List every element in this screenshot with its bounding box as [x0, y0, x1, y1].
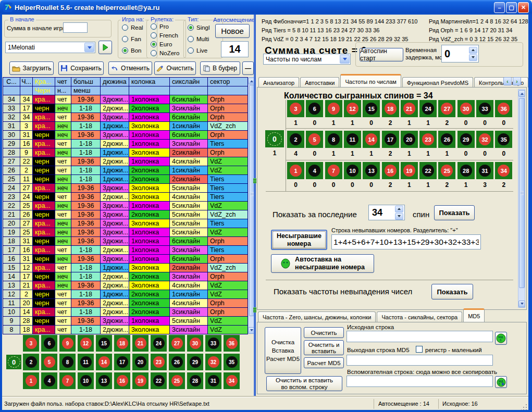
- board-cell[interactable]: 5: [41, 354, 57, 370]
- save-button[interactable]: Сохранить: [58, 61, 104, 75]
- missed-numbers-button[interactable]: Несыгравшие номера: [271, 230, 327, 250]
- board-cell[interactable]: 16: [114, 372, 130, 389]
- spin-up-button[interactable]: [395, 206, 403, 213]
- table-row[interactable]: 313кра...неч1-181дюжи...3колонка1сиклайн…: [3, 122, 248, 131]
- radio-french[interactable]: French: [151, 32, 178, 39]
- autobet-missed-button[interactable]: Автоставка на несыгравшие номера: [271, 254, 374, 273]
- board-cell[interactable]: 18: [114, 335, 130, 352]
- board-cell[interactable]: 8: [59, 354, 76, 370]
- board-cell[interactable]: 17: [114, 354, 130, 370]
- new-button[interactable]: Новое: [215, 24, 250, 38]
- md5-clear-paste-button[interactable]: Очистить и вставить: [304, 340, 344, 355]
- board-cell[interactable]: 3: [23, 335, 39, 352]
- board-cell[interactable]: 14: [96, 354, 112, 370]
- radio-multi[interactable]: Multi: [188, 35, 209, 43]
- minimize-button[interactable]: –: [494, 2, 505, 13]
- board-cell[interactable]: 31: [205, 372, 221, 389]
- md5-out-input[interactable]: [347, 355, 493, 366]
- play-button[interactable]: [98, 41, 112, 54]
- spins-spinedit[interactable]: 34: [368, 205, 405, 220]
- md5-source-input[interactable]: [347, 331, 493, 342]
- board-cell[interactable]: 2: [23, 354, 39, 370]
- undo-button[interactable]: Отменить: [108, 61, 152, 75]
- radio-circle-icon[interactable]: [151, 32, 157, 39]
- table-row[interactable]: 3234кра...чет19-363дюжи...1колонка6сикла…: [3, 113, 248, 122]
- chevron-down-icon[interactable]: [340, 55, 350, 64]
- table-row[interactable]: 1014кра...чет1-182дюжи...2колонка3сиклай…: [3, 308, 248, 317]
- radio-nozero[interactable]: NoZero: [151, 49, 179, 57]
- start-sum-input[interactable]: [63, 22, 88, 33]
- board-cell[interactable]: 34: [224, 372, 240, 389]
- md5-aux-run-button[interactable]: МД5: [495, 376, 507, 388]
- md5-group-button[interactable]: Очистка Вставка Расчет MD5: [265, 327, 301, 374]
- tab-функционал-psevdoms[interactable]: Функционал PsevdoMS: [402, 77, 473, 88]
- table-row[interactable]: 3317черннеч1-182дюжи...2колонка3сиклайнO…: [3, 104, 248, 113]
- md5-calc-button[interactable]: Расчет MD5: [304, 357, 344, 368]
- radio-live[interactable]: Live: [188, 47, 207, 54]
- board-cell[interactable]: 15: [96, 335, 112, 352]
- board-cell[interactable]: 23: [151, 354, 167, 370]
- radio-fan[interactable]: Fan: [122, 35, 141, 43]
- table-row[interactable]: 2916кра...чет1-182дюжи...1колонка3сиклай…: [3, 140, 248, 148]
- board-cell[interactable]: 9: [59, 335, 76, 352]
- show-button[interactable]: Показать: [434, 205, 475, 220]
- tabs-scroll-left[interactable]: ‹: [503, 77, 512, 85]
- spin-down-button[interactable]: [395, 213, 403, 220]
- table-row[interactable]: 2324чернчет19-362дюжи...3колонка4сиклайн…: [3, 193, 248, 202]
- radio-circle-icon[interactable]: [122, 24, 128, 31]
- board-cell[interactable]: 6: [41, 335, 57, 352]
- missed-string-input[interactable]: [331, 234, 481, 249]
- tab-частота-сиклайны-сектора[interactable]: Частота - сиклайны, сектора: [377, 311, 462, 322]
- radio-circle-icon[interactable]: [188, 36, 194, 42]
- table-row[interactable]: 3031черннеч19-363дюжи...1колонка6сиклайн…: [3, 131, 248, 140]
- radio-circle-icon[interactable]: [151, 41, 157, 47]
- table-row[interactable]: 818кра...чет1-182дюжи...3колонка3сиклайн…: [3, 326, 248, 334]
- radio-euro[interactable]: Euro: [151, 41, 172, 48]
- board-cell[interactable]: 11: [78, 354, 94, 370]
- md5-run-button[interactable]: МД5: [495, 332, 507, 345]
- tab-анализатор[interactable]: Анализатор: [258, 77, 299, 88]
- table-row[interactable]: 1925кра...неч19-363дюжи...1колонка5сикла…: [3, 228, 248, 237]
- board-cell[interactable]: 13: [96, 372, 112, 389]
- board-cell[interactable]: 21: [132, 335, 149, 352]
- load-button[interactable]: Загрузить: [9, 61, 54, 75]
- copy-buffer-button[interactable]: В буфер: [200, 61, 240, 75]
- board-cell[interactable]: 35: [224, 354, 240, 370]
- radio-circle-icon[interactable]: [188, 47, 194, 54]
- board-cell[interactable]: 36: [224, 335, 240, 352]
- table-row[interactable]: 1120чернчет19-362дюжи...2колонка4сиклайн…: [3, 299, 248, 308]
- radio-circle-icon[interactable]: [151, 23, 157, 30]
- board-cell[interactable]: 27: [169, 335, 185, 352]
- minus-button[interactable]: —: [242, 61, 254, 75]
- md5-clear-paste-aux-button[interactable]: Очистить и вставить во вспом. строку: [266, 376, 342, 391]
- tabs-scroll-right[interactable]: ›: [513, 77, 521, 85]
- table-row[interactable]: 928чернчет19-363дюжи...1колонка5сиклайнV…: [3, 317, 248, 326]
- table-row[interactable]: 289кра...неч1-181дюжи...3колонка2сиклайн…: [3, 148, 248, 157]
- board-cell[interactable]: 33: [205, 335, 221, 352]
- spin-up-button[interactable]: [469, 47, 477, 54]
- table-row[interactable]: 122чернчет1-181дюжи...2колонка1сиклайнVd…: [3, 290, 248, 299]
- board-cell[interactable]: 10: [78, 372, 94, 389]
- chevron-down-icon[interactable]: [84, 43, 94, 52]
- board-cell[interactable]: 12: [78, 335, 94, 352]
- board-cell[interactable]: 20: [132, 354, 149, 370]
- board-cell[interactable]: 1: [23, 372, 39, 389]
- close-button[interactable]: ✕: [518, 2, 529, 13]
- delay-spinedit[interactable]: 0: [441, 45, 479, 63]
- table-row[interactable]: 1716кра...чет1-182дюжи...1колонка3сиклай…: [3, 246, 248, 255]
- radio-pro[interactable]: Pro: [151, 23, 169, 30]
- tab-частота-zero-шансы-дюжины-колонки[interactable]: Частота - Zero, шансы, дюжины, колонки: [258, 311, 376, 322]
- radio-circle-icon[interactable]: [188, 24, 194, 31]
- radio-circle-icon[interactable]: [151, 50, 157, 56]
- board-cell[interactable]: 19: [132, 372, 149, 389]
- table-row[interactable]: 2225кра...неч19-363дюжи...1колонка5сикла…: [3, 202, 248, 210]
- radio-bon[interactable]: Bon: [122, 47, 141, 54]
- mode-combobox[interactable]: Частоты по числам: [263, 54, 351, 65]
- table-row[interactable]: 2027кра...неч19-363дюжи...3колонка5сикла…: [3, 219, 248, 228]
- table-row[interactable]: 1512кра...чет1-181дюжи...3колонка2сиклай…: [3, 264, 248, 272]
- board-cell[interactable]: 4: [41, 372, 57, 389]
- table-row[interactable]: 2722чернчет19-362дюжи...1колонка4сиклайн…: [3, 157, 248, 166]
- tab-md5[interactable]: MD5: [463, 308, 485, 322]
- table-row[interactable]: 1417черннеч1-182дюжи...2колонка3сиклайнO…: [3, 272, 248, 281]
- maximize-button[interactable]: ▢: [506, 2, 517, 13]
